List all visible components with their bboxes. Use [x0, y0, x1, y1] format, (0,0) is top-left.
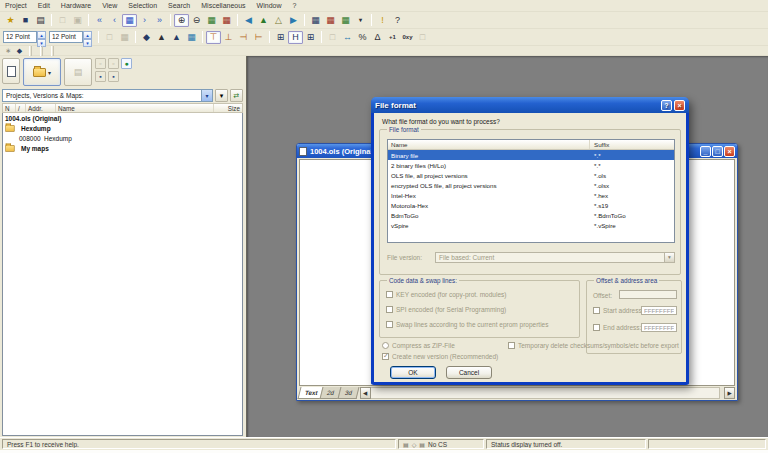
format-row-olsx[interactable]: encrypted OLS file, all project versions…	[388, 180, 674, 190]
increment-icon[interactable]: +1	[385, 31, 400, 44]
menu-item-project[interactable]: Project	[5, 2, 27, 9]
dialog-close-button[interactable]: ×	[674, 100, 685, 111]
table-dropdown-icon[interactable]: ▾	[353, 14, 368, 27]
history-forward-icon[interactable]: ▶	[286, 14, 301, 27]
minimize-button[interactable]: _	[700, 146, 711, 157]
history-back-icon[interactable]: ◀	[241, 14, 256, 27]
column-name[interactable]: Name	[56, 104, 214, 112]
swap-bytes-icon[interactable]: ↔	[340, 31, 355, 44]
spin-up-icon[interactable]: ▴	[83, 31, 92, 39]
column-n[interactable]: N	[3, 104, 16, 112]
column-size[interactable]: Size	[214, 104, 242, 112]
format-row-intel-hex[interactable]: Intel-Hex *.hex	[388, 190, 674, 200]
column-addr[interactable]: Addr.	[26, 104, 56, 112]
header-suffix[interactable]: Suffix	[590, 140, 674, 149]
cells-icon[interactable]: ⊞	[303, 31, 318, 44]
menu-item-help[interactable]: ?	[293, 2, 297, 9]
spinner-buttons[interactable]: ▴ ▾	[37, 31, 46, 43]
import-map-icon[interactable]: ▪	[108, 71, 119, 82]
tab-3d[interactable]: 3d	[337, 387, 359, 399]
zoom-out-icon[interactable]: ⊖	[189, 14, 204, 27]
scroll-right-icon[interactable]: ▶	[724, 387, 735, 399]
menu-item-miscellaneous[interactable]: Miscellaneous	[201, 2, 245, 9]
tree-item-hexdump-entry[interactable]: 008000 Hexdump	[3, 133, 242, 143]
format-row-motorola-hex[interactable]: Motorola-Hex *.s19	[388, 200, 674, 210]
tree-item-my-maps-folder[interactable]: My maps	[3, 143, 242, 153]
map-3d-icon[interactable]: ▲	[169, 31, 184, 44]
compare-view-icon[interactable]: ▦	[219, 14, 234, 27]
scroll-left-icon[interactable]: ◀	[360, 387, 371, 399]
rows-icon[interactable]: H	[288, 31, 303, 44]
column-slash[interactable]: /	[16, 104, 26, 112]
value-up-icon[interactable]: ▲	[256, 14, 271, 27]
map-view-icon[interactable]: ▦	[204, 14, 219, 27]
spin-up-icon[interactable]: ▴	[37, 31, 46, 39]
table-list-icon[interactable]: ▦	[308, 14, 323, 27]
export-map-icon[interactable]: ▪	[95, 71, 106, 82]
table-new-icon[interactable]: ▦	[338, 14, 353, 27]
menu-item-edit[interactable]: Edit	[38, 2, 50, 9]
open-project-button[interactable]: ▾	[23, 58, 61, 86]
ok-button[interactable]: OK	[390, 366, 436, 379]
start-address-checkbox[interactable]: Start address:	[593, 307, 643, 314]
info-icon[interactable]: !	[375, 14, 390, 27]
zoom-in-icon[interactable]: ⊕	[174, 14, 189, 27]
combo-arrow-icon[interactable]: ▾	[201, 90, 212, 101]
wrench-icon[interactable]: ∗	[3, 46, 14, 55]
view-filter-combo[interactable]: Projects, Versions & Maps: ▾	[2, 89, 213, 102]
overview-grid-icon[interactable]: ▦	[122, 14, 137, 27]
format-row-vspire[interactable]: vSpire *.vSpire	[388, 220, 674, 230]
align-right-icon[interactable]: ⊢	[251, 31, 266, 44]
open-project-icon[interactable]: ■	[18, 14, 33, 27]
columns-icon[interactable]: ⊞	[273, 31, 288, 44]
spinner-buttons[interactable]: ▴ ▾	[83, 31, 92, 43]
align-left-icon[interactable]: ⊣	[236, 31, 251, 44]
globe-icon[interactable]: ●	[121, 58, 132, 69]
go-next-icon[interactable]: ›	[137, 14, 152, 27]
checkbox-icon[interactable]	[593, 324, 600, 331]
tree-item-project[interactable]: 1004.ols (Original)	[3, 113, 242, 123]
font-size-spinner-2[interactable]: 12 Point ▴ ▾	[49, 31, 92, 43]
format-row-binary[interactable]: Binary file *.*	[388, 150, 674, 160]
new-project-button[interactable]	[2, 58, 20, 84]
align-top-icon[interactable]: ⊤	[206, 31, 221, 44]
new-project-icon[interactable]: ★	[3, 14, 18, 27]
format-row-ols[interactable]: OLS file, all project versions *.ols	[388, 170, 674, 180]
menu-item-view[interactable]: View	[102, 2, 117, 9]
table-diff-icon[interactable]: ▦	[323, 14, 338, 27]
open-map-icon[interactable]: ◆	[139, 31, 154, 44]
format-row-bdmtogo[interactable]: BdmToGo *.BdmToGo	[388, 210, 674, 220]
refresh-button[interactable]: ⇄	[230, 89, 243, 102]
menu-item-hardware[interactable]: Hardware	[61, 2, 91, 9]
menu-item-window[interactable]: Window	[257, 2, 282, 9]
map-grid-icon[interactable]: ▦	[184, 31, 199, 44]
font-size-spinner-1[interactable]: 12 Point ▴ ▾	[3, 31, 46, 43]
tools-icon[interactable]: ◆	[14, 46, 25, 55]
percent-mode-icon[interactable]: %	[355, 31, 370, 44]
checkbox-icon[interactable]	[593, 307, 600, 314]
hex-display-icon[interactable]: 0xy	[400, 31, 415, 44]
tree-item-hexdump-folder[interactable]: Hexdump	[3, 123, 242, 133]
go-last-icon[interactable]: »	[152, 14, 167, 27]
cancel-button[interactable]: Cancel	[446, 366, 492, 379]
menu-item-search[interactable]: Search	[168, 2, 190, 9]
header-name[interactable]: Name	[388, 140, 590, 149]
close-button[interactable]: ×	[724, 146, 735, 157]
filter-button[interactable]: ▾	[215, 89, 228, 102]
go-previous-icon[interactable]: ‹	[107, 14, 122, 27]
context-help-icon[interactable]: ?	[390, 14, 405, 27]
map-2d-icon[interactable]: ▲	[154, 31, 169, 44]
value-down-icon[interactable]: △	[271, 14, 286, 27]
menu-item-selection[interactable]: Selection	[128, 2, 157, 9]
print-icon[interactable]: ▤	[33, 14, 48, 27]
format-row-2binary[interactable]: 2 binary files (Hi/Lo) *.*	[388, 160, 674, 170]
end-address-checkbox[interactable]: End address:	[593, 324, 641, 331]
go-first-icon[interactable]: «	[92, 14, 107, 27]
align-bottom-icon[interactable]: ⊥	[221, 31, 236, 44]
dialog-titlebar[interactable]: File format ? ×	[371, 97, 689, 113]
maximize-button[interactable]: □	[712, 146, 723, 157]
chevron-down-icon[interactable]: ▾	[48, 69, 51, 76]
horizontal-scrollbar[interactable]	[371, 387, 720, 399]
dialog-help-button[interactable]: ?	[661, 100, 672, 111]
delta-mode-icon[interactable]: Δ	[370, 31, 385, 44]
